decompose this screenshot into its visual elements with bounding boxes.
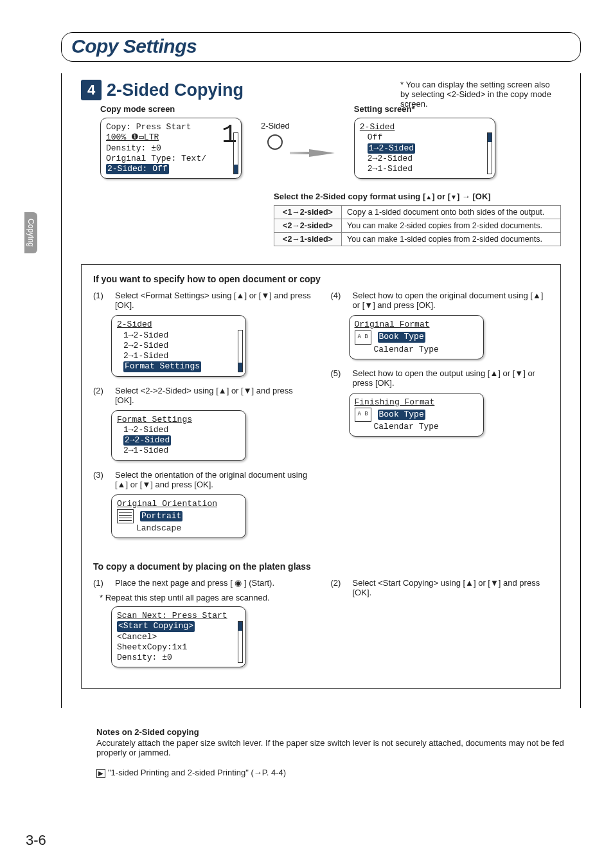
lcd-option: 2→2-Sided (360, 154, 490, 164)
page-title-frame: Copy Settings (61, 32, 581, 62)
lcd-option: 2→1-Sided (360, 164, 490, 174)
platen-title: To copy a document by placing on the pla… (93, 561, 549, 572)
lcd-option: Landscape (117, 523, 240, 534)
step-text: Select how to open the original document… (353, 291, 549, 310)
lcd-header: Format Settings (117, 415, 240, 425)
notes-section: Notes on 2-Sided copying Accurately atta… (96, 727, 581, 778)
lcd-scrollbar (238, 330, 243, 372)
lcd-option: A BBook Type (355, 330, 478, 345)
lcd-option: 1→2-Sided (117, 330, 240, 341)
lcd-line: Copy: Press Start (106, 122, 236, 132)
setting-screen-lcd: 2-Sided Off 1→2-Sided 2→2-Sided 2→1-Side… (354, 118, 495, 179)
arrow-right-icon (309, 149, 335, 157)
lcd-option: 1→2-Sided (360, 143, 490, 154)
step-text: Select <2->2-Sided> using [▲] or [▼] and… (115, 386, 312, 405)
page-number: 3-6 (26, 832, 46, 849)
lcd-option: Off (360, 132, 490, 143)
table-row: <1→2-sided>Copy a 1-sided document onto … (274, 206, 561, 219)
platen-lcd: Scan Next: Press Start <Start Copying> <… (111, 606, 246, 667)
lcd-option: Calendar Type (355, 345, 478, 355)
up-triangle-icon: ▲ (425, 194, 432, 201)
lcd-header: 2-Sided (117, 320, 240, 330)
step-note: * Repeat this step until all pages are s… (100, 593, 312, 602)
step-number: (2) (331, 578, 346, 597)
format-lcd-1: 2-Sided 1→2-Sided 2→2-Sided 2→1-Sided Fo… (111, 315, 246, 376)
step-text: Select how to open the output using [▲] … (353, 368, 549, 388)
lcd-line: Original Type: Text/ (106, 154, 236, 164)
copy-mode-label: Copy mode screen (81, 104, 242, 114)
hw-button-label: 2-Sided (261, 121, 290, 131)
lcd-header: Finishing Format (355, 397, 478, 408)
hardware-button-group: 2-Sided (261, 121, 290, 150)
sidebar-tab: Copying (24, 212, 37, 253)
screens-row: Copy mode screen Copy: Press Start 100% … (81, 104, 561, 179)
notes-body: Accurately attach the paper size switch … (96, 738, 581, 757)
format-lcd-5: Finishing Format A BBook Type Calendar T… (349, 393, 484, 437)
table-row: <2→2-sided>You can make 2-sided copies f… (274, 219, 561, 233)
lcd-option: A BBook Type (355, 408, 478, 422)
setting-screen-footnote: * You can display the setting screen als… (400, 80, 561, 109)
step-number: (5) (331, 368, 346, 388)
reference-icon: ▶ (96, 769, 105, 778)
lcd-header: 2-Sided (360, 122, 490, 132)
main-content: 4 2-Sided Copying * You can display the … (61, 73, 581, 708)
lcd-option: 2→1-Sided (117, 446, 240, 456)
lcd-header: Original Orientation (117, 499, 240, 509)
modes-table: <1→2-sided>Copy a 1-sided document onto … (274, 205, 561, 246)
down-triangle-icon: ▼ (450, 194, 457, 201)
step-number: (1) (93, 291, 109, 310)
section-title: 2-Sided Copying (107, 80, 244, 100)
two-sided-button-icon (267, 134, 283, 150)
lcd-option: Portrait (117, 509, 240, 523)
step-number: (1) (93, 578, 109, 588)
format-settings-box: If you want to specify how to open docum… (81, 264, 561, 689)
lcd-line: 2-Sided: Off (106, 164, 236, 174)
step-text: Select the orientation of the original d… (115, 470, 312, 489)
lcd-option: Calendar Type (355, 422, 478, 432)
format-box-title: If you want to specify how to open docum… (93, 274, 549, 284)
portrait-page-icon (117, 509, 134, 523)
lcd-line: SheetxCopy:1x1 (117, 642, 240, 653)
book-pages-icon: A B (355, 330, 371, 345)
page-title: Copy Settings (71, 35, 571, 57)
lcd-option: <Cancel> (117, 632, 240, 642)
lcd-option: 2→2-Sided (117, 435, 240, 446)
step-badge: 4 (81, 80, 102, 100)
format-lcd-4: Original Format A BBook Type Calendar Ty… (349, 315, 484, 359)
lcd-line: Density: ±0 (106, 143, 236, 154)
step-text: Place the next page and press [ ◉ ] (Sta… (115, 578, 274, 588)
step-text: Select <Start Copying> using [▲] or [▼] … (353, 578, 549, 597)
cross-reference: ▶"1-sided Printing and 2-sided Printing"… (96, 768, 581, 778)
format-lcd-3: Original Orientation Portrait Landscape (111, 494, 246, 539)
lcd-scrollbar (233, 132, 238, 174)
lcd-header: Original Format (355, 320, 478, 330)
lcd-option: <Start Copying> (117, 621, 240, 631)
book-pages-icon: A B (355, 408, 371, 422)
step-number: (2) (93, 386, 109, 405)
step-text: Select <Format Settings> using [▲] or [▼… (115, 291, 312, 310)
step-number: (4) (331, 291, 346, 310)
notes-title: Notes on 2-Sided copying (96, 727, 581, 737)
lcd-option: 2→2-Sided (117, 341, 240, 351)
format-lcd-2: Format Settings 1→2-Sided 2→2-Sided 2→1-… (111, 410, 246, 461)
lcd-line: Density: ±0 (117, 653, 240, 663)
step-number: (3) (93, 470, 109, 489)
lcd-line: 100% ❶▭LTR (106, 132, 236, 143)
lcd-option: 2→1-Sided (117, 351, 240, 361)
select-instruction: Select the 2-Sided copy format using [▲]… (274, 192, 561, 201)
copy-mode-lcd: Copy: Press Start 100% ❶▭LTR 1 Density: … (100, 118, 242, 179)
lcd-header: Scan Next: Press Start (117, 611, 240, 621)
lcd-option: 1→2-Sided (117, 425, 240, 435)
lcd-option: Format Settings (117, 361, 240, 372)
lcd-scrollbar (487, 132, 492, 174)
lcd-scrollbar (238, 621, 243, 663)
table-row: <2→1-sided>You can make 1-sided copies f… (274, 233, 561, 246)
